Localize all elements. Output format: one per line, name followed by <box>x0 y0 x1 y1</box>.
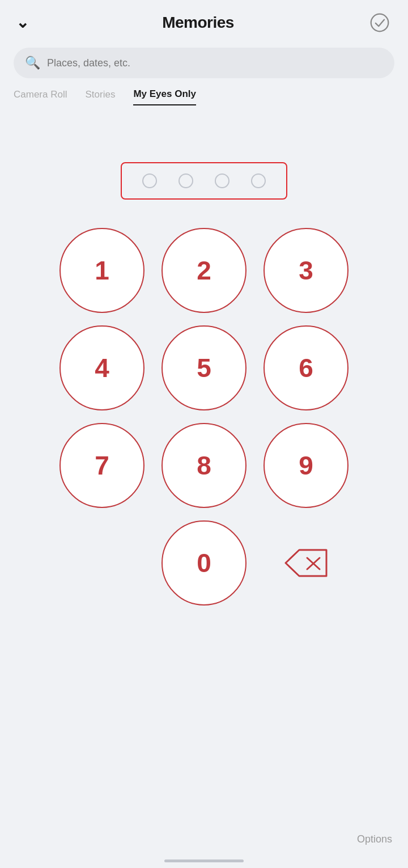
search-container: 🔍 <box>0 43 408 86</box>
key-7[interactable]: 7 <box>60 423 144 508</box>
page-title: Memories <box>162 14 234 32</box>
key-2[interactable]: 2 <box>162 228 246 313</box>
keypad-empty-slot <box>60 520 144 606</box>
key-5[interactable]: 5 <box>162 325 246 410</box>
options-button[interactable]: Options <box>357 833 392 845</box>
header: ⌄ Memories <box>0 0 408 43</box>
keypad-row-4: 0 <box>60 520 348 606</box>
search-input[interactable] <box>47 57 383 69</box>
pin-section: 1 2 3 4 5 6 7 8 9 0 <box>0 105 408 628</box>
search-icon: 🔍 <box>25 56 40 70</box>
backspace-icon <box>283 548 329 578</box>
key-4[interactable]: 4 <box>60 325 144 410</box>
keypad-row-1: 1 2 3 <box>60 228 348 313</box>
chevron-down-icon[interactable]: ⌄ <box>16 15 29 31</box>
pin-dot-3 <box>215 173 230 188</box>
tab-camera-roll[interactable]: Camera Roll <box>14 89 67 105</box>
check-icon <box>369 12 390 33</box>
options-container: Options <box>357 833 392 845</box>
pin-dot-2 <box>178 173 193 188</box>
keypad: 1 2 3 4 5 6 7 8 9 0 <box>0 228 408 606</box>
keypad-row-2: 4 5 6 <box>60 325 348 410</box>
tabs-bar: Camera Roll Stories My Eyes Only <box>0 86 408 105</box>
pin-dot-4 <box>251 173 266 188</box>
key-8[interactable]: 8 <box>162 423 246 508</box>
key-6[interactable]: 6 <box>264 325 348 410</box>
key-9[interactable]: 9 <box>264 423 348 508</box>
tab-stories[interactable]: Stories <box>85 89 115 105</box>
done-button[interactable] <box>367 10 392 35</box>
backspace-button[interactable] <box>264 520 348 606</box>
pin-dots-container <box>121 162 287 200</box>
pin-dot-1 <box>142 173 157 188</box>
svg-point-0 <box>371 14 389 32</box>
key-1[interactable]: 1 <box>60 228 144 313</box>
key-0[interactable]: 0 <box>162 520 246 606</box>
search-bar[interactable]: 🔍 <box>14 48 394 78</box>
tab-my-eyes-only[interactable]: My Eyes Only <box>133 88 196 105</box>
home-indicator <box>164 859 244 862</box>
key-3[interactable]: 3 <box>264 228 348 313</box>
keypad-row-3: 7 8 9 <box>60 423 348 508</box>
